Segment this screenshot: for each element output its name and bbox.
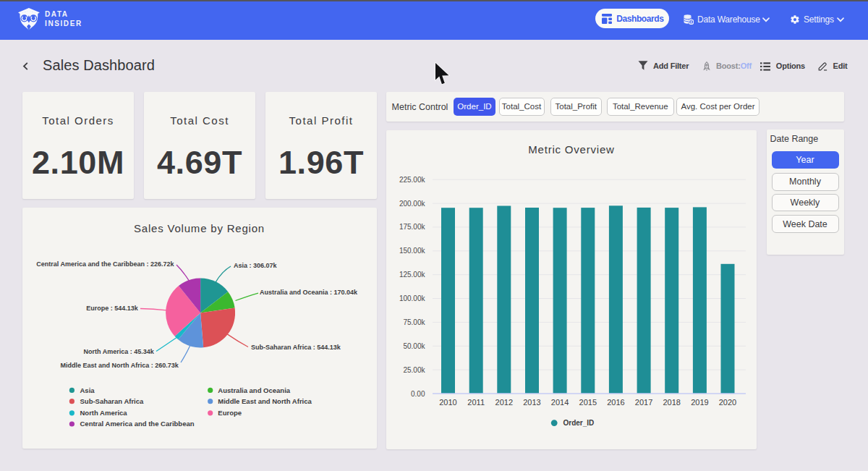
svg-text:2020: 2020 xyxy=(719,398,736,407)
svg-text:2010: 2010 xyxy=(439,398,456,407)
svg-text:Middle East and North Africa: Middle East and North Africa xyxy=(218,397,312,405)
svg-text:Sub-Saharan Africa : 544.13k: Sub-Saharan Africa : 544.13k xyxy=(251,344,341,351)
svg-text:North America: North America xyxy=(80,409,128,417)
svg-text:Sub-Saharan Africa: Sub-Saharan Africa xyxy=(80,397,145,405)
svg-text:Order_ID: Order_ID xyxy=(563,419,595,427)
svg-text:Sales Volume by Region: Sales Volume by Region xyxy=(134,222,265,234)
svg-text:Europe: Europe xyxy=(218,409,242,417)
svg-text:2017: 2017 xyxy=(635,398,652,407)
svg-text:Australia and Oceania : 170.04: Australia and Oceania : 170.04k xyxy=(260,289,358,296)
svg-text:2016: 2016 xyxy=(607,398,624,407)
svg-text:75.00k: 75.00k xyxy=(403,318,425,326)
svg-text:Middle East and North Africa :: Middle East and North Africa : 260.73k xyxy=(60,362,179,369)
svg-text:2014: 2014 xyxy=(551,398,569,407)
svg-text:2012: 2012 xyxy=(495,398,513,407)
svg-text:2019: 2019 xyxy=(691,398,708,407)
svg-text:200.00k: 200.00k xyxy=(399,200,426,208)
svg-text:125.00k: 125.00k xyxy=(399,271,426,279)
svg-text:2018: 2018 xyxy=(663,398,680,407)
svg-text:Europe : 544.13k: Europe : 544.13k xyxy=(86,305,139,312)
svg-text:Central America and the Caribb: Central America and the Caribbean : 226.… xyxy=(36,260,174,268)
svg-text:2015: 2015 xyxy=(579,398,597,407)
svg-text:Metric Overview: Metric Overview xyxy=(528,143,615,156)
svg-text:Asia : 306.07k: Asia : 306.07k xyxy=(234,262,278,269)
svg-text:150.00k: 150.00k xyxy=(399,247,426,255)
svg-text:0.00: 0.00 xyxy=(411,390,425,398)
svg-text:175.00k: 175.00k xyxy=(399,223,426,231)
svg-text:100.00k: 100.00k xyxy=(399,294,426,302)
svg-text:2011: 2011 xyxy=(467,398,485,407)
svg-text:Central America and the Caribb: Central America and the Caribbean xyxy=(80,420,195,428)
svg-text:225.00k: 225.00k xyxy=(399,176,426,184)
svg-text:Australia and Oceania: Australia and Oceania xyxy=(218,386,291,394)
svg-text:50.00k: 50.00k xyxy=(403,342,425,350)
svg-text:North America : 45.34k: North America : 45.34k xyxy=(83,348,154,355)
svg-text:25.00k: 25.00k xyxy=(403,366,425,374)
svg-text:Asia: Asia xyxy=(80,386,95,394)
svg-text:2013: 2013 xyxy=(523,398,540,407)
